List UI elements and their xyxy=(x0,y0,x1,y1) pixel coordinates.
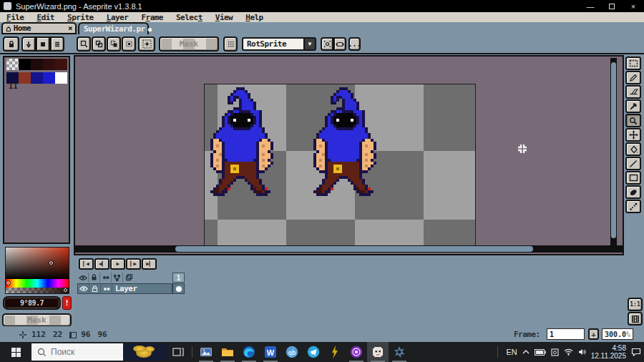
alpha-picker-dot[interactable] xyxy=(63,288,68,293)
taskbar-app-tor[interactable] xyxy=(346,342,367,362)
layer-name[interactable]: Layer xyxy=(112,284,137,293)
taskbar-app-telegram[interactable] xyxy=(303,342,324,362)
new-layer-header-icon[interactable] xyxy=(123,273,135,283)
onion-skin-header-icon[interactable] xyxy=(100,273,112,283)
volume-icon[interactable] xyxy=(578,348,586,356)
vault-icon[interactable] xyxy=(551,348,559,356)
rotation-dropdown-arrow[interactable]: ▼ xyxy=(303,37,316,51)
wifi-icon[interactable] xyxy=(564,348,573,356)
hue-picker-dot[interactable] xyxy=(6,280,11,285)
tool-rectangular-marquee[interactable] xyxy=(625,57,641,70)
clock[interactable]: 4:58 12.11.2025 xyxy=(591,344,626,360)
taskbar-app-word[interactable]: W xyxy=(260,342,281,362)
grid-options-button[interactable] xyxy=(223,36,238,52)
selection-add-button[interactable] xyxy=(92,36,106,52)
palette-swatch-7[interactable] xyxy=(31,72,43,84)
rotate-handle-button[interactable] xyxy=(333,37,346,51)
selection-replace-button[interactable] xyxy=(77,36,91,52)
tool-jumble[interactable] xyxy=(625,200,641,213)
selection-subtract-button[interactable] xyxy=(107,36,121,52)
layer-lock-header-icon[interactable] xyxy=(89,273,100,283)
taskbar-app-edge[interactable] xyxy=(238,342,260,362)
layer-visibility-header-icon[interactable] xyxy=(77,273,89,283)
tool-line[interactable] xyxy=(625,157,641,170)
tab-home[interactable]: ⌂ Home × xyxy=(1,22,77,34)
alpha-slider[interactable] xyxy=(6,288,69,293)
zoom-input[interactable]: 300.0% xyxy=(602,328,633,340)
color-picker[interactable] xyxy=(5,247,69,294)
tool-eraser[interactable] xyxy=(625,85,641,99)
pixel-ratio-button[interactable]: 1:1 xyxy=(628,298,643,311)
language-indicator[interactable]: EN xyxy=(506,348,517,356)
taskbar-app-spark[interactable] xyxy=(324,342,346,362)
task-view-button[interactable] xyxy=(167,347,189,357)
maximize-button[interactable] xyxy=(601,0,623,12)
tool-contour[interactable] xyxy=(625,185,641,199)
selection-intersect-button[interactable] xyxy=(122,36,136,52)
add-frame-button[interactable]: + xyxy=(588,328,599,340)
transform-selection-button[interactable] xyxy=(138,36,155,52)
palette-swatch-0[interactable] xyxy=(6,59,19,70)
taskbar-app-explorer[interactable] xyxy=(217,342,238,362)
taskbar-search[interactable] xyxy=(31,343,167,361)
search-highlight-image[interactable] xyxy=(123,343,167,361)
tab-document[interactable]: SuperWizard.pr ● xyxy=(78,22,149,34)
close-button[interactable]: × xyxy=(623,0,644,12)
tool-pencil[interactable] xyxy=(625,71,641,84)
sv-picker-dot[interactable] xyxy=(49,260,54,265)
taskbar-app-aseprite[interactable] xyxy=(367,342,389,362)
menu-sprite[interactable]: Sprite xyxy=(61,13,100,22)
menu-select[interactable]: Select xyxy=(170,13,209,22)
prev-frame-button[interactable]: ◀▎ xyxy=(94,258,109,270)
cel-cell[interactable] xyxy=(172,283,185,294)
minimize-button[interactable]: — xyxy=(580,0,601,12)
rotation-algorithm-dropdown[interactable]: RotSprite xyxy=(242,37,303,51)
foreground-color-display[interactable]: 9°89.7 xyxy=(3,296,61,310)
layer-lock-icon[interactable] xyxy=(89,284,101,294)
first-frame-button[interactable]: ▎◀ xyxy=(79,258,94,270)
palette-options-button[interactable] xyxy=(50,36,64,52)
hue-slider[interactable] xyxy=(6,279,69,288)
palette-swatch-3[interactable] xyxy=(43,59,55,70)
tool-zoom[interactable] xyxy=(625,114,641,127)
layer-row[interactable]: Layer xyxy=(77,283,172,294)
pivot-button[interactable] xyxy=(321,37,333,51)
next-frame-button[interactable]: ▎▶ xyxy=(126,258,141,270)
menu-frame[interactable]: Frame xyxy=(135,13,170,22)
menu-edit[interactable]: Edit xyxy=(31,13,62,22)
layer-onion-icon[interactable] xyxy=(101,284,112,294)
frame-number-header[interactable]: 1 xyxy=(172,273,185,283)
play-button[interactable]: ▶ xyxy=(110,258,125,270)
palette-swatch-8[interactable] xyxy=(43,72,55,84)
palette-swatch-1[interactable] xyxy=(19,59,31,70)
battery-icon[interactable] xyxy=(535,349,546,356)
taskbar-app-pinwheel[interactable] xyxy=(389,342,410,362)
tool-rectangle[interactable] xyxy=(625,171,641,185)
palette-sort-button[interactable] xyxy=(21,36,36,52)
saturation-value-box[interactable] xyxy=(6,248,69,279)
timeline-options-icon[interactable] xyxy=(112,273,123,283)
search-input[interactable] xyxy=(51,347,130,357)
vertical-scrollbar[interactable] xyxy=(610,58,617,247)
mask-toolbar-button[interactable]: Mask xyxy=(159,36,219,52)
chevron-up-icon[interactable] xyxy=(522,350,530,354)
menu-file[interactable]: File xyxy=(0,13,31,22)
color-warning-button[interactable]: ! xyxy=(62,296,72,310)
notification-icon[interactable] xyxy=(631,348,641,356)
palette-presets-button[interactable] xyxy=(36,36,50,52)
palette-swatch-9[interactable] xyxy=(55,72,67,84)
canvas-editor[interactable] xyxy=(74,55,624,255)
layer-visibility-icon[interactable] xyxy=(78,284,89,294)
palette-swatch-2[interactable] xyxy=(31,59,43,70)
tool-paint-bucket[interactable] xyxy=(625,142,641,156)
taskbar-app-qbittorrent[interactable]: qb xyxy=(281,342,303,362)
tool-eyedropper[interactable] xyxy=(625,99,641,113)
palette-swatch-6[interactable] xyxy=(19,72,31,84)
mask-color-button[interactable]: Mask xyxy=(2,313,72,327)
timeline-toggle-button[interactable] xyxy=(628,312,643,326)
vertical-scrollbar-thumb[interactable] xyxy=(611,62,616,238)
lock-palette-button[interactable] xyxy=(3,36,19,52)
palette-swatch-4[interactable] xyxy=(55,59,67,70)
taskbar-app-photos[interactable] xyxy=(195,342,217,362)
sprite-canvas[interactable] xyxy=(204,84,476,248)
